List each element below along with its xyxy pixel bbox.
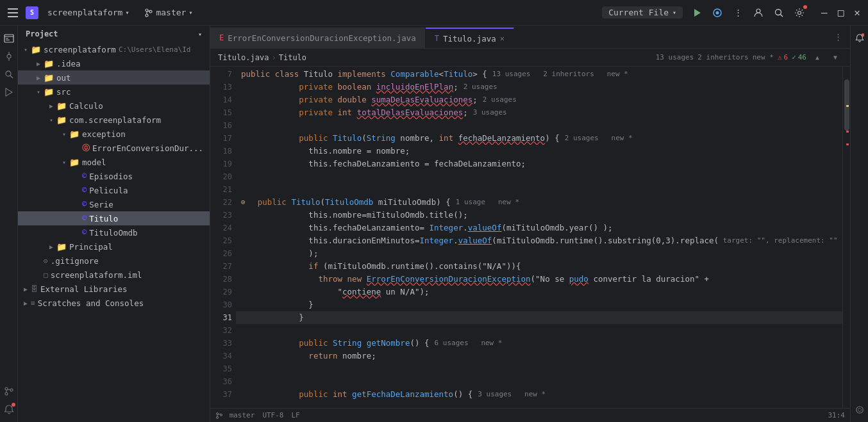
activity-notifications-btn[interactable] (1, 402, 17, 417)
svg-rect-15 (6, 40, 10, 40)
sidebar-item-com[interactable]: ▾ 📁 com.screenplataform (18, 113, 210, 127)
branch-selector[interactable]: master ▾ (140, 6, 196, 19)
sidebar-item-label-episodios: Episodios (89, 172, 133, 181)
sidebar-item-model[interactable]: ▾ 📁 model (18, 155, 210, 169)
status-line-sep[interactable]: LF (292, 411, 300, 419)
sidebar-header: Project ▾ (18, 26, 210, 42)
line-num-20: 20 (210, 170, 232, 183)
code-line-27: if (miTituloOmdb.runtime().contains("N/A… (236, 260, 842, 273)
code-line-37: public int getFechaDeLanzamiento() {3 us… (236, 388, 842, 401)
sidebar-item-label-principal: Principal (69, 242, 113, 252)
code-line-25: this.duracionEnMinutos=Integer.valueOf(m… (236, 234, 842, 247)
tab-icon-titulo: T (435, 34, 439, 43)
inheritors-badge: 2 inheritors (697, 53, 748, 61)
minimize-button[interactable]: — (819, 6, 830, 19)
class-icon-titulo: © (82, 214, 87, 223)
svg-point-26 (217, 417, 219, 419)
project-selector[interactable]: screenplataform ▾ (44, 6, 133, 19)
tree-arrow-src: ▾ (33, 86, 44, 97)
tab-bar-settings-btn[interactable]: ⋮ (831, 29, 845, 44)
activity-search-btn[interactable] (1, 67, 17, 82)
maximize-button[interactable]: □ (835, 6, 847, 19)
activity-bar (0, 26, 18, 422)
folder-icon-calculo: 📁 (56, 101, 67, 111)
line-num-19: 19 (210, 158, 232, 170)
sidebar-item-errorendur[interactable]: ▶ ⓪ ErrorEnConversionDur... (18, 141, 210, 155)
sidebar-item-iml[interactable]: ▶ □ screenplataform.iml (18, 268, 210, 282)
line-num-29: 29 (210, 286, 232, 298)
sidebar-item-titulo[interactable]: ▶ © Titulo (18, 211, 210, 225)
code-line-13: private boolean incluidoEnElPlan;2 usage… (236, 81, 842, 93)
sidebar-item-calculo[interactable]: ▶ 📁 Calculo (18, 99, 210, 113)
svg-point-8 (716, 11, 719, 14)
sidebar-item-serie[interactable]: ▶ © Serie (18, 197, 210, 211)
sidebar-item-principal[interactable]: ▶ 📁 Principal (18, 239, 210, 254)
line-num-34: 34 (210, 350, 232, 362)
svg-marker-21 (6, 88, 12, 96)
line-num-15: 15 (210, 106, 232, 119)
more-button[interactable]: ⋮ (729, 4, 747, 22)
folder-icon-out: 📁 (44, 73, 54, 83)
line-num-14: 14 (210, 93, 232, 106)
tab-titulo[interactable]: T Titulo.java ✕ (426, 28, 514, 48)
class-icon-error: ⓪ (82, 143, 90, 154)
status-encoding[interactable]: UTF-8 (262, 411, 283, 419)
activity-run-btn[interactable] (1, 85, 17, 100)
svg-point-27 (221, 414, 222, 416)
sidebar-item-label-tituloOmdb: TituloOmdb (89, 228, 137, 238)
sidebar-item-tituloOmdb[interactable]: ▶ © TituloOmdb (18, 225, 210, 239)
sidebar-item-episodios[interactable]: ▶ © Episodios (18, 169, 210, 183)
sidebar-item-extlibs[interactable]: ▶ 🗄 External Libraries (18, 282, 210, 296)
sidebar-item-gitignore[interactable]: ▶ ⊙ .gitignore (18, 254, 210, 268)
sidebar-item-pelicula[interactable]: ▶ © Pelicula (18, 183, 210, 197)
code-line-21 (236, 183, 842, 196)
sidebar-item-label-scratches: Scratches and Consoles (38, 298, 144, 308)
svg-point-19 (6, 71, 11, 76)
sidebar-item-src[interactable]: ▾ 📁 src (18, 85, 210, 99)
sidebar-item-exception[interactable]: ▾ 📁 exception (18, 127, 210, 141)
header-up-btn[interactable]: ▲ (810, 51, 824, 65)
sidebar-item-scratches[interactable]: ▶ ≡ Scratches and Consoles (18, 296, 210, 310)
line-num-37: 37 (210, 388, 232, 401)
search-button[interactable] (770, 4, 788, 22)
notifications-button[interactable] (853, 31, 867, 45)
tab-error[interactable]: E ErrorEnConversionDuracionException.jav… (210, 28, 426, 48)
code-line-32 (236, 324, 842, 337)
svg-point-29 (856, 407, 863, 414)
svg-line-20 (10, 76, 13, 78)
vertical-scrollbar[interactable] (842, 67, 850, 408)
breadcrumb-label: Titulo.java (218, 53, 269, 62)
menu-button[interactable] (5, 5, 21, 20)
sidebar-item-idea[interactable]: ▶ 📁 .idea (18, 56, 210, 70)
svg-point-9 (756, 9, 760, 13)
sidebar-item-label-titulo: Titulo (89, 214, 118, 223)
tab-label-error: ErrorEnConversionDuracionException.java (228, 33, 416, 43)
project-name-label: screenplataform (47, 8, 122, 17)
debug-button[interactable] (708, 4, 726, 22)
code-line-24: this.fechaDeLanzamiento= Integer.valueOf… (236, 222, 842, 234)
tree-arrow-idea: ▶ (33, 58, 44, 69)
account-button[interactable] (749, 4, 767, 22)
line-num-21: 21 (210, 183, 232, 196)
folder-icon-src: 📁 (44, 87, 54, 97)
activity-commit-btn[interactable] (1, 49, 17, 64)
settings-button[interactable] (790, 4, 808, 22)
line-num-18: 18 (210, 145, 232, 158)
svg-marker-6 (694, 9, 701, 17)
sidebar-item-label-gitignore: .gitignore (51, 256, 99, 266)
sidebar-item-out[interactable]: ▶ 📁 out (18, 70, 210, 85)
right-panel (850, 26, 868, 422)
tree-arrow-exception: ▾ (59, 129, 69, 139)
close-button[interactable]: ✕ (851, 6, 863, 19)
ai-assistant-button[interactable] (853, 403, 867, 417)
code-area[interactable]: public class Titulo implements Comparabl… (236, 67, 842, 408)
activity-git-btn[interactable] (1, 384, 17, 399)
run-config-selector[interactable]: Current File ▾ (602, 6, 683, 19)
activity-project-btn[interactable] (1, 31, 17, 46)
tab-close-titulo[interactable]: ✕ (500, 34, 505, 43)
line-num-16: 16 (210, 119, 232, 132)
sidebar-item-root[interactable]: ▾ 📁 screenplataform C:\Users\Elena\Id (18, 42, 210, 56)
run-button[interactable] (688, 4, 706, 22)
header-down-btn[interactable]: ▼ (828, 51, 842, 65)
line-num-28: 28 (210, 273, 232, 286)
